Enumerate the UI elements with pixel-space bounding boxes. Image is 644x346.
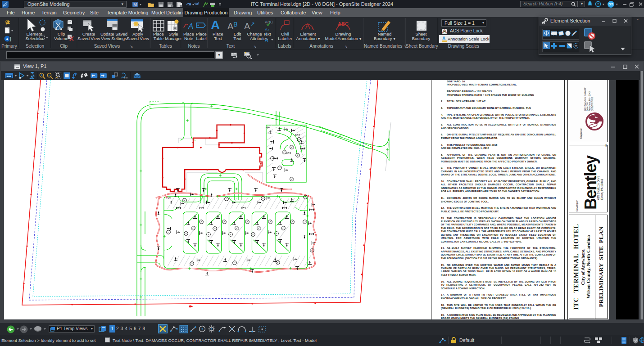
svg-text:A↓: A↓ — [265, 31, 270, 36]
svg-text:A: A — [265, 37, 268, 43]
svg-text:●: ● — [6, 37, 8, 41]
svg-text:A: A — [188, 22, 193, 31]
svg-text:]: ] — [9, 37, 12, 42]
svg-text:?: ? — [597, 2, 599, 6]
svg-text:ABC: ABC — [338, 21, 349, 27]
svg-text:A: A — [442, 36, 445, 41]
svg-text:A: A — [305, 22, 310, 30]
